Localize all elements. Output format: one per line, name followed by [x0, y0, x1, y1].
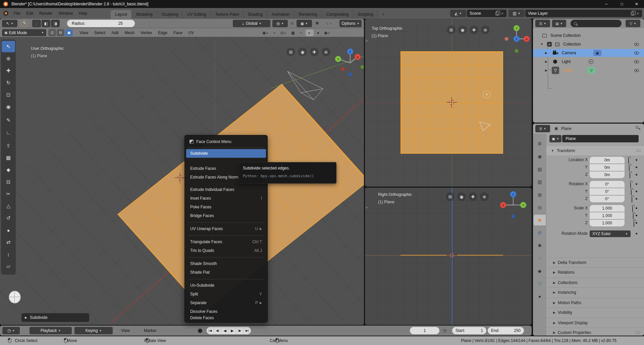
zoom-view-icon[interactable]: ⊕: [322, 48, 330, 56]
hide-eye-icon[interactable]: [634, 51, 639, 55]
timeline-menu-view[interactable]: View: [118, 328, 133, 333]
location-x-field[interactable]: 0m: [590, 157, 625, 163]
hide-eye-icon[interactable]: [634, 59, 639, 64]
select-mode-extend-button[interactable]: ◧: [42, 20, 50, 27]
panel-grip-icon[interactable]: [636, 149, 641, 152]
filter-dropdown[interactable]: ▽▼: [626, 20, 640, 27]
tab-sculpting[interactable]: Sculpting: [157, 10, 183, 19]
camera-data-badge[interactable]: ◉: [593, 50, 601, 56]
viewport-right-region[interactable]: Right Orthographic (1) Plane › ⊞ ◉ ✚ ⊕ Z…: [365, 188, 532, 325]
xray-toggle-icon[interactable]: ▣: [290, 30, 296, 35]
lock-icon[interactable]: [634, 221, 634, 227]
jump-to-end-button[interactable]: ▶|: [244, 327, 251, 334]
lock-icon[interactable]: [632, 207, 633, 212]
menu-item-inset-faces[interactable]: Inset FacesI: [186, 194, 266, 203]
menu-item-subdivide[interactable]: Subdivide: [186, 149, 266, 158]
tab-physics[interactable]: ◌: [534, 253, 546, 264]
proportional-falloff-dropdown[interactable]: ∿▼: [321, 20, 336, 27]
viewport-menu-uv[interactable]: UV: [185, 30, 197, 35]
select-mode-subtract-button[interactable]: ◨: [51, 20, 60, 27]
pan-view-icon[interactable]: ✚: [310, 48, 319, 56]
panel-viewport-display[interactable]: ▶Viewport Display: [546, 318, 644, 328]
tab-world[interactable]: ◎: [534, 202, 546, 213]
tab-compositing[interactable]: Compositing: [322, 10, 354, 19]
use-preview-range-icon[interactable]: ◷: [443, 328, 446, 333]
minimize-button[interactable]: ─: [599, 0, 614, 8]
editor-type-dropdown[interactable]: ☰▼: [535, 20, 550, 27]
right-zoom-view-icon[interactable]: ⊕: [480, 192, 489, 201]
rotation-mode-dropdown[interactable]: XYZ Euler ▼: [590, 230, 631, 237]
shading-material-icon[interactable]: ●: [316, 30, 321, 35]
tab-layout[interactable]: Layout: [111, 10, 132, 19]
tool-rotate[interactable]: ↻: [2, 77, 15, 88]
region-chevron-icon[interactable]: ›: [366, 205, 367, 210]
rotation-z-field[interactable]: 0°: [590, 196, 625, 202]
grid-ortho-icon[interactable]: ⊞: [286, 48, 295, 56]
viewport-menu-face[interactable]: Face: [170, 30, 185, 35]
tab-particles[interactable]: ✱: [534, 240, 546, 251]
menu-item-shade-smooth[interactable]: Shade Smooth: [186, 259, 266, 268]
unlink-scene-icon[interactable]: ✕: [501, 12, 504, 15]
outliner-search-input[interactable]: [571, 20, 622, 27]
menu-render[interactable]: Render: [36, 11, 55, 16]
frame-start-field[interactable]: Start: 1: [452, 327, 486, 334]
menu-item-delete-faces[interactable]: Delete Faces: [186, 314, 266, 322]
scale-z-field[interactable]: 1.000: [590, 220, 625, 226]
panel-motion-paths[interactable]: ▶Motion Paths: [546, 298, 644, 307]
panel-delta-transform[interactable]: ▶Delta Transform: [546, 258, 644, 267]
right-axis-gizmo[interactable]: Z X Y: [498, 190, 531, 224]
tool-transform[interactable]: ◉: [2, 101, 15, 113]
location-y-field[interactable]: 0m: [590, 164, 625, 171]
play-reverse-button[interactable]: ◀: [221, 327, 229, 334]
vertex-select-button[interactable]: ⊡: [48, 29, 56, 36]
viewport-top-region[interactable]: Top Orthographic (1) Plane › ⊞ ◉ ✚ ⊕ Y X…: [365, 19, 532, 187]
record-button[interactable]: [198, 329, 202, 333]
tab-tool[interactable]: ⚙: [534, 138, 546, 149]
viewport-menu-add[interactable]: Add: [108, 30, 121, 35]
menu-item-split[interactable]: SplitY: [186, 290, 266, 298]
snap-dropdown[interactable]: ▦▼: [297, 20, 312, 27]
tool-add-cube[interactable]: ⇧: [2, 140, 15, 151]
tool-edge-slide[interactable]: ↕: [2, 249, 15, 260]
view-object-types-dropdown[interactable]: ◉▼: [261, 30, 270, 35]
shading-wireframe-icon[interactable]: ○: [298, 30, 303, 35]
animate-dot-icon[interactable]: [636, 183, 637, 185]
frame-end-field[interactable]: End: 250: [488, 327, 524, 334]
current-frame-field[interactable]: 1: [410, 327, 439, 334]
location-z-field[interactable]: 0m: [590, 171, 625, 178]
playback-menu[interactable]: Playback▼: [30, 327, 72, 334]
right-pan-view-icon[interactable]: ✚: [469, 192, 477, 201]
collection-checkbox[interactable]: ✓: [547, 42, 552, 47]
lock-icon[interactable]: [629, 166, 630, 171]
mode-dropdown[interactable]: ▣ Edit Mode ▼: [2, 29, 46, 36]
sphere-widget-icon[interactable]: [9, 291, 21, 303]
tab-object[interactable]: ■: [534, 215, 546, 225]
panel-relations[interactable]: ▶Relations: [546, 267, 644, 277]
tool-move[interactable]: ✚: [2, 65, 15, 76]
tool-smooth[interactable]: ⇄: [2, 236, 15, 248]
tool-knife[interactable]: △: [2, 200, 15, 212]
scene-selector[interactable]: Scene ✕: [467, 10, 506, 17]
viewport-menu-mesh[interactable]: Mesh: [122, 30, 138, 35]
view-layer-type-icon-button[interactable]: ▥▼: [508, 10, 525, 17]
view-layer-selector[interactable]: View Layer ✕: [525, 10, 642, 17]
scale-x-field[interactable]: 1.000: [590, 205, 625, 212]
tool-bevel[interactable]: ⊟: [2, 176, 15, 188]
tool-loop-cut[interactable]: ✂: [2, 188, 15, 200]
menu-item-poke-faces[interactable]: Poke Faces: [186, 203, 266, 211]
add-workspace-button[interactable]: +: [378, 10, 389, 19]
snap-magnet-icon[interactable]: ∪: [290, 20, 294, 25]
menu-item-bridge-faces[interactable]: Bridge Faces: [186, 211, 266, 220]
edge-select-button[interactable]: ⊟: [57, 29, 64, 36]
menu-item-shade-flat[interactable]: Shade Flat: [186, 268, 266, 277]
tool-annotate[interactable]: ✎: [2, 115, 15, 126]
rotation-x-field[interactable]: 0°: [590, 181, 625, 188]
top-pan-view-icon[interactable]: ✚: [470, 25, 478, 34]
viewport-menu-edge[interactable]: Edge: [155, 30, 170, 35]
tab-rendering[interactable]: Rendering: [294, 10, 322, 19]
region-chevron-icon[interactable]: ›: [366, 38, 367, 43]
scale-y-field[interactable]: 1.000: [590, 212, 625, 219]
tool-poly-build[interactable]: ↺: [2, 212, 15, 224]
tab-constraints[interactable]: ◆: [534, 266, 546, 276]
animate-dot-icon[interactable]: [636, 198, 637, 200]
